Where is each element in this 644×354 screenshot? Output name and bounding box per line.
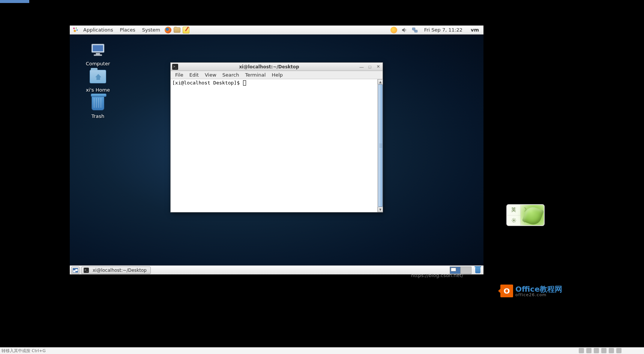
scrollbar-down-button[interactable]: ▼ [378,207,383,212]
terminal-menubar: File Edit View Search Terminal Help [171,71,383,79]
show-desktop-button[interactable] [71,267,80,274]
svg-point-2 [77,29,78,31]
svg-rect-9 [94,54,102,56]
terminal-titlebar[interactable]: xi@localhost:~/Desktop — □ ✕ [171,63,383,71]
panel-right-group: Fri Sep 7, 11:22 vm [390,26,482,34]
host-tray-icon[interactable] [601,348,606,353]
weather-applet-icon[interactable] [390,26,398,34]
desktop-icon-trash-label: Trash [92,113,104,119]
places-menu[interactable]: Places [117,26,138,33]
terminal-window[interactable]: xi@localhost:~/Desktop — □ ✕ File Edit V… [170,62,383,212]
menu-view[interactable]: View [202,71,219,78]
scrollbar-up-button[interactable]: ▲ [378,79,383,84]
url-watermark: https://blog.csdn.net/ [411,273,463,278]
desktop-icon-computer-label: Computer [86,61,110,66]
scrollbar-thumb[interactable] [378,84,383,207]
taskbar-item-terminal[interactable]: xi@localhost:~/Desktop [81,267,151,274]
taskbar-terminal-icon [84,268,89,273]
svg-rect-5 [414,30,417,32]
svg-point-13 [513,220,515,221]
vm-desktop: Applications Places System Fri Sep 7, 11… [70,26,483,274]
gnome-menu-icon[interactable] [71,26,80,34]
host-tray-icon[interactable] [579,348,584,353]
host-tray-icon[interactable] [609,348,614,353]
watermark-domain: office26.com [515,293,562,297]
window-controls: — □ ✕ [359,64,381,69]
desktop-icon-home-label: xi's Home [86,87,110,93]
clock-applet[interactable]: Fri Sep 7, 11:22 [421,27,465,33]
host-status-strip: 转移入其中或按 Ctrl+G [0,347,644,354]
desktop-icon-computer[interactable]: Computer [81,41,115,66]
watermark-brand: Office教程网 [515,285,562,293]
terminal-cursor [243,80,246,86]
terminal-scrollbar[interactable]: ▲ ▼ [377,79,383,212]
svg-point-3 [74,30,76,32]
system-menu[interactable]: System [139,26,163,33]
trash-icon [89,94,107,112]
taskbar-item-label: xi@localhost:~/Desktop [93,268,147,273]
panel-left-group: Applications Places System [71,26,190,34]
menu-file[interactable]: File [172,71,186,78]
menu-help[interactable]: Help [269,71,286,78]
text-editor-launcher-icon[interactable] [182,26,190,34]
host-hint-text: 转移入其中或按 Ctrl+G [2,348,46,354]
watermark-logo: O Office教程网 office26.com [500,285,562,297]
minimize-button[interactable]: — [359,64,365,69]
terminal-titlebar-icon [172,64,178,70]
close-button[interactable]: ✕ [375,64,381,69]
menu-search[interactable]: Search [219,71,242,78]
office-badge-icon: O [500,285,513,297]
computer-icon [89,41,107,59]
ime-language-indicator[interactable]: 英 [507,205,520,215]
maximize-button[interactable]: □ [367,64,373,69]
svg-rect-4 [412,28,415,30]
top-panel: Applications Places System Fri Sep 7, 11… [70,26,483,35]
terminal-body: [xi@localhost Desktop]$ ▲ ▼ [171,79,383,212]
svg-point-0 [73,27,75,29]
svg-rect-8 [96,53,100,54]
menu-edit[interactable]: Edit [186,71,202,78]
host-tray [579,347,621,354]
panel-trash-applet[interactable] [474,267,482,274]
svg-point-1 [76,27,77,29]
ime-left-column: 英 [507,205,521,225]
svg-rect-7 [93,45,103,51]
network-applet-icon[interactable] [411,26,419,34]
firefox-launcher-icon[interactable] [164,26,172,34]
terminal-content[interactable]: [xi@localhost Desktop]$ [171,79,377,212]
home-folder-icon [89,68,107,86]
desktop-icon-home[interactable]: xi's Home [81,68,115,93]
svg-rect-12 [75,269,78,271]
svg-rect-11 [73,270,75,272]
host-accent-strip [0,0,29,3]
volume-applet-icon[interactable] [400,26,408,34]
host-tray-icon[interactable] [586,348,591,353]
ime-widget[interactable]: 英 ☽ ； [506,204,545,226]
ime-settings-icon[interactable] [507,215,520,226]
host-tray-icon[interactable] [594,348,599,353]
file-manager-launcher-icon[interactable] [173,26,181,34]
ime-center: ☽ ； [521,205,544,225]
host-tray-icon[interactable] [616,348,621,353]
terminal-title: xi@localhost:~/Desktop [180,64,359,69]
terminal-prompt: [xi@localhost Desktop]$ [172,80,243,86]
applications-menu[interactable]: Applications [80,26,116,33]
menu-terminal[interactable]: Terminal [242,71,269,78]
user-menu[interactable]: vm [468,27,482,33]
desktop-icon-trash[interactable]: Trash [81,94,115,119]
